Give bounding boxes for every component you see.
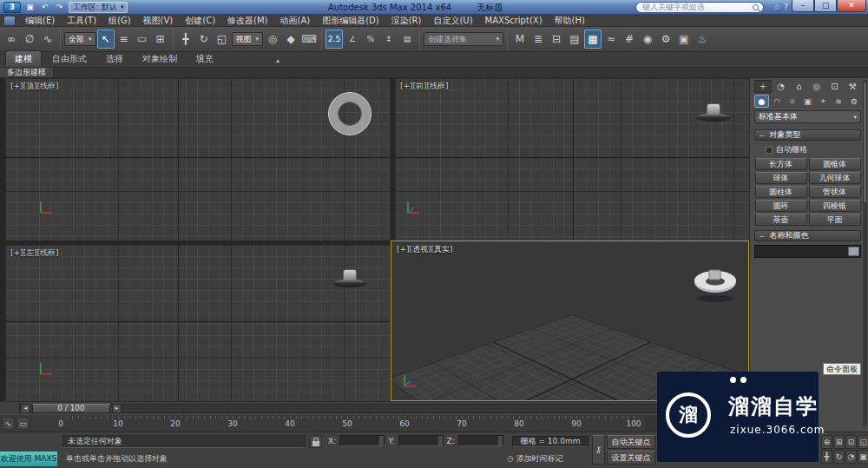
select-object-icon[interactable]: ↖ xyxy=(97,30,115,49)
primitive-button[interactable]: 茶壶 xyxy=(755,214,807,226)
set-key-mode-button[interactable]: 设置关键点 xyxy=(607,451,655,465)
select-and-link-icon[interactable]: ∞ xyxy=(3,30,20,49)
maximize-button[interactable]: □ xyxy=(814,0,837,12)
edit-named-sets-icon[interactable]: ▤ xyxy=(398,30,416,49)
graphite-ribbon-icon[interactable]: ▦ xyxy=(584,30,602,49)
rendered-frame-icon[interactable]: ▣ xyxy=(675,30,693,49)
selection-lock-toggle[interactable] xyxy=(309,435,322,448)
ribbon-tab[interactable]: 选择 xyxy=(97,51,132,67)
unlink-selection-icon[interactable]: ∅ xyxy=(21,30,38,49)
spinner-icon[interactable] xyxy=(497,436,503,445)
welcome-screen-button[interactable]: 欢迎使用 MAXS xyxy=(0,452,57,466)
search-icon[interactable] xyxy=(753,4,759,10)
viewport-top[interactable]: [+][顶][线框] xyxy=(5,78,390,241)
spinner-snap-icon[interactable]: ↕ xyxy=(380,30,398,49)
mirror-icon[interactable]: M xyxy=(511,30,529,49)
time-slider-track[interactable] xyxy=(19,404,746,413)
select-and-rotate-icon[interactable]: ↻ xyxy=(195,30,213,49)
save-icon[interactable]: ▣ xyxy=(23,2,36,13)
selection-filter-dropdown[interactable]: 全部 ▾ xyxy=(64,32,96,46)
application-menu-button[interactable]: 3 xyxy=(3,2,21,13)
scene-explorer-icon[interactable]: ⊟ xyxy=(548,30,565,49)
primitive-button[interactable]: 四棱锥 xyxy=(809,200,861,212)
window-crossing-icon[interactable]: ⊞ xyxy=(152,30,169,49)
keyboard-override-icon[interactable]: ⌨ xyxy=(300,30,318,49)
zoom-extents-icon[interactable]: ⊡ xyxy=(845,435,857,449)
next-frame-button[interactable]: ▸ xyxy=(112,404,122,413)
scene-object-front-view[interactable] xyxy=(696,102,731,122)
helpers-category[interactable]: ⌖ xyxy=(816,95,831,108)
menu-item[interactable]: 渲染(R) xyxy=(385,15,428,27)
create-tab[interactable]: + xyxy=(754,80,772,93)
menu-item[interactable]: 修改器(M) xyxy=(221,15,273,27)
shapes-category[interactable]: ◠ xyxy=(770,95,785,108)
pan-icon[interactable]: ╋ xyxy=(821,450,832,464)
checkbox-icon[interactable] xyxy=(766,147,773,154)
primitive-button[interactable]: 圆柱体 xyxy=(755,186,807,198)
render-setup-icon[interactable]: ⚙ xyxy=(657,30,674,49)
menu-item[interactable]: 工具(T) xyxy=(61,15,102,27)
x-coordinate-field[interactable] xyxy=(339,435,385,446)
workspace-selector[interactable]: 工作区: 默认 ▾ xyxy=(69,2,128,13)
panel-scrollbar[interactable] xyxy=(863,80,867,427)
object-color-swatch[interactable] xyxy=(848,247,859,256)
percent-snap-icon[interactable]: % xyxy=(362,30,379,49)
viewport-label[interactable]: [+][透视][真实] xyxy=(397,244,453,255)
redo-icon[interactable]: ↷ xyxy=(53,2,66,13)
select-and-scale-icon[interactable]: ◱ xyxy=(214,30,231,49)
modify-tab[interactable]: ◔ xyxy=(773,80,790,93)
set-keys-button[interactable]: ⚷ xyxy=(592,435,605,465)
named-selection-sets-dropdown[interactable]: 创建选择集 ▾ xyxy=(424,32,503,46)
spinner-icon[interactable] xyxy=(378,436,384,445)
ribbon-tab[interactable]: 对象绘制 xyxy=(134,51,186,67)
torus-perspective-view[interactable] xyxy=(687,264,743,304)
menu-item[interactable]: 帮助(H) xyxy=(549,15,591,27)
time-slider-handle[interactable]: 0 / 100 xyxy=(32,404,110,413)
align-icon[interactable]: ≣ xyxy=(529,30,547,49)
primitive-button[interactable]: 长方体 xyxy=(755,158,807,170)
maximize-viewport-icon[interactable]: ▣ xyxy=(858,450,868,464)
favorites-star-icon[interactable]: ☆ xyxy=(773,2,780,13)
render-production-icon[interactable]: ♨ xyxy=(694,30,711,49)
hierarchy-tab[interactable]: ⌂ xyxy=(790,80,807,93)
previous-frame-button[interactable]: ◂ xyxy=(21,404,30,413)
primitive-type-dropdown[interactable]: 标准基本体 ▾ xyxy=(754,110,861,123)
layer-manager-icon[interactable]: ▤ xyxy=(566,30,583,49)
space-warps-category[interactable]: ≋ xyxy=(832,95,846,108)
utilities-tab[interactable]: ⚒ xyxy=(844,80,861,93)
menu-item[interactable]: 动画(A) xyxy=(274,15,317,27)
minimize-button[interactable]: – xyxy=(792,0,814,12)
autogrid-checkbox[interactable]: 自动栅格 xyxy=(766,144,861,155)
viewport-front[interactable]: [+][前][线框] xyxy=(395,78,749,241)
menu-item[interactable]: MAXScript(X) xyxy=(479,15,549,27)
snap-toggle-icon[interactable]: 2.5 xyxy=(326,30,343,49)
cameras-category[interactable]: ▣ xyxy=(800,95,815,108)
search-input[interactable]: 键入关键字或短语 xyxy=(635,2,764,13)
menu-item[interactable]: 视图(V) xyxy=(137,15,180,27)
reference-coordinate-dropdown[interactable]: 视图 ▾ xyxy=(232,32,264,46)
track-bar[interactable]: ∿▭ 0102030405060708090100 xyxy=(0,414,749,432)
bind-to-space-warp-icon[interactable]: ∿ xyxy=(39,30,56,49)
primitive-button[interactable]: 球体 xyxy=(755,172,807,184)
object-name-field[interactable] xyxy=(754,245,861,258)
name-color-rollout-header[interactable]: − 名称和颜色 xyxy=(754,230,861,241)
geometry-category[interactable]: ● xyxy=(754,95,769,108)
primitive-button[interactable]: 平面 xyxy=(809,214,861,226)
menu-item[interactable]: 编辑(E) xyxy=(19,15,61,27)
select-and-move-icon[interactable]: ╋ xyxy=(177,30,194,49)
ribbon-tab[interactable]: 建模 xyxy=(5,50,42,67)
orbit-icon[interactable]: ↻ xyxy=(833,450,845,464)
menu-item[interactable]: 组(G) xyxy=(102,15,137,27)
display-tab[interactable]: ⊡ xyxy=(826,80,844,93)
help-icon[interactable]: ? xyxy=(784,2,788,13)
primitive-button[interactable]: 管状体 xyxy=(809,186,861,198)
schematic-view-icon[interactable]: # xyxy=(621,30,638,49)
ribbon-tab[interactable]: 自由形式 xyxy=(43,51,95,67)
primitive-button[interactable]: 几何球体 xyxy=(809,172,861,184)
z-coordinate-field[interactable] xyxy=(458,435,503,446)
zoom-region-icon[interactable]: ◱ xyxy=(858,435,868,449)
viewport-label[interactable]: [+][前][线框] xyxy=(400,81,449,92)
add-time-tag-button[interactable]: ◷ 添加时间标记 xyxy=(507,452,563,465)
primitive-button[interactable]: 圆环 xyxy=(755,200,807,212)
systems-category[interactable]: ⚙ xyxy=(846,95,861,108)
